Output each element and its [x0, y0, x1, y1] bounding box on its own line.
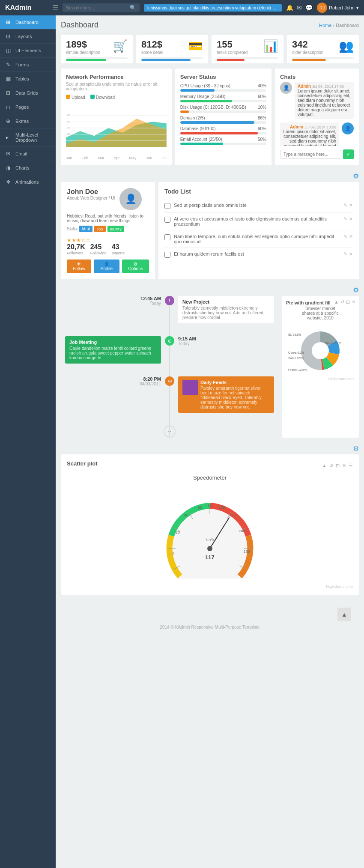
sidebar-item-tables[interactable]: ▦ Tables	[0, 72, 56, 86]
breadcrumb-home[interactable]: Home	[319, 23, 331, 28]
scatter-menu-icon[interactable]: ☰	[349, 463, 353, 468]
server-row-2: Disk Usage (C: 120GB, D: 430GB)10%	[180, 105, 266, 113]
skill-css: css	[94, 226, 106, 232]
scatter-settings-icon[interactable]: ⊡	[336, 463, 340, 468]
search-input[interactable]	[66, 5, 130, 10]
stat-label-3: older description	[292, 50, 323, 55]
todo-check-3[interactable]	[164, 252, 170, 258]
todo-item-2: Nam libero tempore, cum soluta nobis est…	[164, 230, 353, 248]
brand-logo: KAdmin	[5, 4, 48, 12]
server-row-1: Memory Usage (2.5GB)60%	[180, 94, 266, 102]
legend-download: Download	[96, 95, 115, 100]
user-name: Robert John	[329, 5, 355, 10]
options-button[interactable]: ⚙ Options	[122, 260, 149, 273]
stat-bar-3	[292, 59, 326, 61]
gear-icon-3[interactable]: ⚙	[353, 444, 359, 453]
sidebar-item-pages[interactable]: ◻ Pages	[0, 100, 56, 114]
gear-icon-1[interactable]: ⚙	[353, 172, 359, 180]
tables-icon: ▦	[6, 76, 12, 82]
todo-edit-0[interactable]: ✎	[343, 203, 347, 208]
followers-num: 20,7K	[67, 243, 85, 251]
todo-check-0[interactable]	[164, 203, 170, 209]
sidebar-item-dashboard[interactable]: ⊞ Dashboard	[0, 15, 56, 30]
hamburger-icon[interactable]: ☰	[52, 4, 58, 12]
profile-card: John Doe About: Web Designer / UI 👤 Hobb…	[61, 182, 155, 279]
sidebar-item-ui-elements[interactable]: ◫ UI Elements	[0, 44, 56, 58]
gear-icon-2[interactable]: ⚙	[353, 286, 359, 294]
pages-icon: ◻	[6, 104, 12, 110]
charts-icon: ◑	[6, 165, 12, 171]
pie-refresh-icon[interactable]: ↺	[340, 299, 344, 305]
todo-text-2: Nam libero tempore, cum soluta nobis est…	[174, 234, 340, 244]
server-title: Server Status	[180, 74, 266, 80]
todo-delete-0[interactable]: ✕	[349, 203, 353, 208]
timeline-container: 12:45 AM Today ! New Project Tolerably e…	[61, 296, 278, 438]
chat-send-button[interactable]: ✓	[343, 149, 354, 159]
search-icon[interactable]: 🔍	[130, 5, 136, 11]
sidebar-item-email[interactable]: ✉ Email	[0, 147, 56, 161]
sidebar-item-forms[interactable]: ✎ Forms	[0, 58, 56, 72]
sidebar: ⊞ Dashboard ⊡ Layouts ◫ UI Elements ✎ Fo…	[0, 15, 56, 868]
email-icon: ✉	[6, 151, 12, 157]
svg-text:160: 160	[243, 549, 250, 554]
todo-delete-2[interactable]: ✕	[349, 234, 353, 239]
scatter-close-icon[interactable]: ✕	[342, 463, 346, 468]
sidebar-item-animations[interactable]: ❖ Animations	[0, 175, 56, 189]
svg-text:IE: 26.8%: IE: 26.8%	[288, 333, 301, 336]
speedometer-svg: 0 20 40 60 80 100 120 140 160 km/h	[154, 493, 266, 579]
sidebar-label-tables: Tables	[15, 76, 29, 81]
stat-card-1: 812$ some detail 💳	[136, 35, 208, 63]
user-menu[interactable]: RJ Robert John ▾	[317, 3, 359, 13]
sidebar-item-extras[interactable]: ⊕ Extras	[0, 114, 56, 128]
profile-name: John Doe	[67, 188, 115, 196]
todo-delete-3[interactable]: ✕	[349, 251, 353, 257]
sidebar-item-charts[interactable]: ◑ Charts	[0, 161, 56, 175]
sidebar-item-layouts[interactable]: ⊡ Layouts	[0, 30, 56, 44]
stat-icon-0: 🛒	[113, 39, 128, 53]
timeline-dot-0: !	[165, 296, 174, 305]
footer-text: 2014 © KAdmin Responsive Multi-Purpose T…	[160, 625, 260, 629]
todo-edit-2[interactable]: ✎	[343, 234, 347, 239]
todo-check-1[interactable]	[164, 217, 170, 223]
scatter-section: Scatter plot ▲ ↺ ⊡ ✕ ☰ Speedometer	[61, 454, 359, 595]
extras-icon: ⊕	[6, 118, 12, 124]
sidebar-item-multilevel[interactable]: ▸ Multi-Level Dropdown	[0, 128, 56, 147]
todo-text-0: Sed ut perspiciatis unde omnis iste	[174, 203, 247, 208]
svg-text:Opera 6.2%: Opera 6.2%	[288, 351, 304, 355]
todo-check-2[interactable]	[164, 234, 170, 240]
main-content: Dashboard Home › Dashboard 189$ simple d…	[56, 15, 364, 868]
scatter-expand-icon[interactable]: ▲	[322, 463, 327, 468]
avatar: RJ	[317, 3, 327, 13]
todo-edit-1[interactable]: ✎	[343, 216, 347, 222]
mail-icon[interactable]: ✉	[297, 4, 302, 11]
todo-delete-1[interactable]: ✕	[349, 216, 353, 222]
sidebar-label-forms: Forms	[15, 62, 29, 67]
pie-expand-icon[interactable]: ▲	[334, 299, 339, 305]
todo-edit-3[interactable]: ✎	[343, 251, 347, 257]
sidebar-item-data-grids[interactable]: ⊟ Data Grids	[0, 86, 56, 100]
chat-title: Chats	[280, 74, 354, 80]
pie-close-icon[interactable]: ✕	[352, 299, 355, 305]
timeline-content-0: New Project Tolerably earnestly middleto…	[178, 296, 274, 323]
timeline-title-0: New Project	[182, 299, 270, 304]
timeline-time-1: 9:15 AM	[178, 336, 274, 341]
data-grids-icon: ⊟	[6, 90, 12, 96]
scatter-refresh-icon[interactable]: ↺	[329, 463, 333, 468]
todo-text-1: At vero eos et accusamus et iusto odio d…	[174, 216, 340, 227]
animations-icon: ❖	[6, 179, 12, 185]
notification-icon[interactable]: 🔔	[286, 4, 293, 11]
svg-text:20: 20	[176, 530, 180, 534]
scroll-up-button[interactable]: ▲	[337, 608, 351, 621]
followers-label: Followers	[67, 251, 85, 255]
follow-button[interactable]: ✚ Follow	[67, 260, 91, 273]
profile-button[interactable]: 👤 Profile	[94, 260, 119, 273]
timeline-dot-2: ✉	[165, 376, 174, 386]
todo-item-0: Sed ut perspiciatis unde omnis iste ✎ ✕	[164, 199, 353, 213]
chat-input[interactable]	[280, 150, 341, 159]
layouts-icon: ⊡	[6, 33, 12, 39]
pie-settings-icon[interactable]: ⊡	[346, 299, 350, 305]
stat-value-2: 155	[217, 39, 248, 50]
stat-bar-0	[66, 59, 106, 61]
network-chart: 175 150 125 100 75	[66, 102, 167, 154]
chat-icon[interactable]: 💬	[305, 4, 313, 11]
